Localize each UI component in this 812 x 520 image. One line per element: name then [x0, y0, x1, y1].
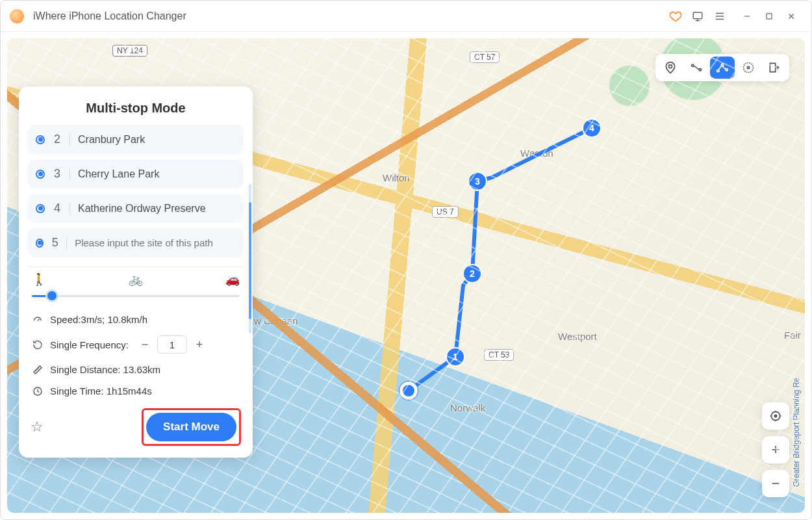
svg-rect-1	[767, 13, 772, 18]
speed-readout: Speed:3m/s; 10.8km/h	[25, 309, 246, 330]
speed-mode-icons: 🚶 🚲 🚗	[25, 272, 246, 287]
window-close-icon[interactable]	[780, 5, 802, 27]
menu-icon[interactable]	[709, 5, 731, 27]
bike-icon[interactable]: 🚲	[129, 272, 143, 287]
start-move-highlight: Start Move	[142, 408, 241, 446]
clock-icon	[32, 386, 44, 396]
distance-row: Single Distance: 13.63km	[25, 359, 246, 380]
map-shield-us7: US 7	[432, 206, 459, 218]
map-label-canaan: w Canaan	[254, 315, 298, 326]
multistop-panel: Multi-stop Mode 2Cranbury Park3Cherry La…	[19, 86, 253, 458]
radio-icon	[36, 135, 45, 144]
gauge-icon	[32, 315, 44, 325]
svg-point-11	[774, 415, 776, 417]
stop-row[interactable]: 4Katherine Ordway Preserve	[28, 194, 244, 223]
stop-label: Cherry Lane Park	[78, 168, 159, 180]
app-logo-icon	[10, 9, 24, 23]
svg-point-3	[692, 64, 694, 66]
panel-scrollbar[interactable]	[249, 184, 251, 333]
window-maximize-icon[interactable]	[758, 5, 780, 27]
svg-point-4	[699, 69, 701, 71]
repeat-icon	[32, 339, 44, 350]
stop-label: Cranbury Park	[78, 134, 145, 146]
frequency-value: 1	[157, 335, 187, 354]
map-attribution: Greater Bridgeport Planning Re	[792, 378, 801, 487]
radio-icon	[36, 170, 45, 179]
mode-two-spot-button[interactable]	[684, 57, 709, 79]
app-window: iWhere iPhone Location Changer Wilton We…	[0, 0, 812, 520]
radio-icon	[36, 239, 44, 248]
slider-thumb[interactable]	[47, 291, 57, 300]
map-shield-ct57: CT 57	[470, 51, 500, 63]
start-move-button[interactable]: Start Move	[146, 413, 236, 441]
stop-number: 4	[53, 202, 62, 215]
map-label-wilton: Wilton	[383, 172, 410, 183]
route-marker-1: 1	[447, 348, 464, 365]
titlebar: iWhere iPhone Location Changer	[1, 1, 811, 32]
stop-label: Katherine Ordway Preserve	[78, 203, 206, 214]
ruler-icon	[32, 365, 44, 375]
recenter-button[interactable]	[762, 402, 789, 430]
stop-input[interactable]	[75, 237, 236, 248]
stop-row[interactable]: 2Cranbury Park	[28, 125, 244, 154]
stop-number: 5	[51, 236, 58, 250]
map-label-westport: Westport	[558, 331, 597, 342]
svg-rect-0	[693, 12, 702, 19]
map-label-norwalk: Norwalk	[450, 402, 485, 413]
upgrade-icon[interactable]	[665, 5, 687, 27]
content-area: Wilton Weston Westport Norwalk w Canaan …	[1, 32, 811, 519]
zoom-in-button[interactable]: +	[762, 436, 789, 463]
map-label-weston: Weston	[520, 148, 553, 159]
svg-point-5	[717, 70, 719, 72]
car-icon[interactable]: 🚗	[225, 272, 240, 287]
map-shield-ct53: CT 53	[484, 349, 514, 361]
mode-joystick-button[interactable]	[736, 57, 761, 79]
frequency-increment-button[interactable]: +	[192, 337, 207, 352]
stop-number: 3	[53, 167, 62, 181]
frequency-decrement-button[interactable]: −	[138, 337, 152, 352]
route-marker-3: 3	[469, 173, 486, 190]
svg-point-9	[747, 66, 749, 68]
radio-icon	[36, 204, 45, 213]
svg-point-8	[744, 63, 754, 73]
stop-row[interactable]: 3Cherry Lane Park	[28, 159, 244, 188]
map-side-controls: + −	[762, 402, 789, 497]
mode-export-button[interactable]	[762, 57, 787, 79]
route-marker-2: 2	[464, 265, 481, 282]
map-label-fair: Fair	[784, 330, 801, 341]
mode-multi-stop-button[interactable]	[710, 57, 735, 79]
route-marker-4: 4	[583, 120, 600, 136]
frequency-row: Single Frequency: − 1 +	[25, 330, 246, 359]
time-row: Single Time: 1h15m44s	[25, 380, 246, 402]
mode-toolbar	[655, 54, 789, 81]
stop-number: 2	[53, 133, 62, 146]
window-minimize-icon[interactable]	[736, 5, 758, 27]
mode-teleport-button[interactable]	[658, 57, 683, 79]
panel-title: Multi-stop Mode	[25, 101, 246, 116]
zoom-out-button[interactable]: −	[762, 470, 789, 497]
svg-point-2	[669, 65, 672, 68]
walk-icon[interactable]: 🚶	[32, 272, 46, 287]
stop-row-pending[interactable]: 5	[28, 228, 244, 257]
feedback-icon[interactable]	[687, 5, 709, 27]
speed-slider[interactable]	[32, 289, 240, 302]
favorite-star-icon[interactable]: ☆	[31, 419, 44, 436]
map-shield-ny124: NY 124	[112, 45, 147, 57]
route-start-dot	[403, 385, 414, 396]
app-title: iWhere iPhone Location Changer	[33, 10, 186, 22]
